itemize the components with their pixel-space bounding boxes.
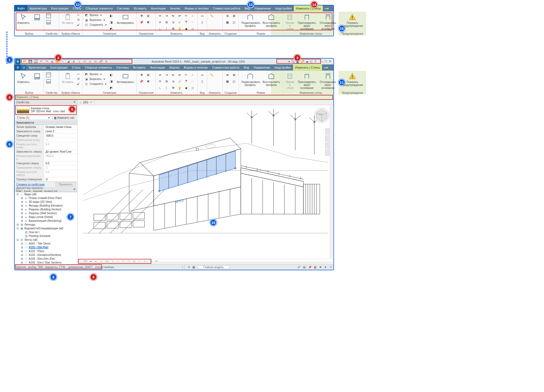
qat-sync-icon[interactable]: 🔄 bbox=[34, 59, 38, 64]
create-similar-icon[interactable]: ⊕ bbox=[224, 13, 230, 19]
cut-clip-button[interactable]: ✂ bbox=[76, 13, 81, 17]
tab-annot[interactable]: Аннотации bbox=[149, 5, 168, 11]
expander-icon[interactable]: ⊞ bbox=[21, 216, 23, 219]
detach-button[interactable]: Отсоединить верх/основание bbox=[319, 13, 337, 31]
delete-icon[interactable]: ✖ bbox=[145, 19, 151, 25]
activate-button[interactable]: Активировать bbox=[116, 72, 135, 84]
edit-profile-button[interactable]: Редактировать профиль bbox=[240, 13, 260, 28]
tab-file[interactable]: Файл bbox=[15, 5, 27, 11]
view-tab[interactable]: ⌂ {3D} ✕ bbox=[78, 100, 95, 104]
tree-label[interactable]: Легенды bbox=[24, 223, 35, 226]
tree-label[interactable]: 3D виды (3D View) bbox=[29, 200, 52, 203]
scale-icon[interactable]: ⤢ bbox=[177, 19, 183, 25]
tree-node[interactable]: ⊟🗎Листы (all) bbox=[15, 238, 77, 242]
mirror-axis-icon[interactable]: ⇋ bbox=[170, 13, 176, 19]
array-path-icon[interactable]: ⋯ bbox=[190, 19, 196, 25]
expander-icon[interactable]: ⊟ bbox=[16, 238, 19, 241]
expander-icon[interactable]: ⊞ bbox=[21, 212, 23, 215]
misc2-icon[interactable]: ◇ bbox=[190, 85, 196, 91]
group-icon[interactable]: ⊞ bbox=[231, 72, 237, 78]
cut-clip-button[interactable]: ✂ bbox=[76, 72, 81, 76]
split-gap-icon[interactable]: ┊ bbox=[164, 85, 170, 91]
copy-icon[interactable]: ⧉ bbox=[164, 78, 170, 84]
tree-label[interactable]: A102 - Plans bbox=[29, 250, 44, 253]
tab-file-toggle-right[interactable]: л bbox=[21, 65, 27, 70]
property-row[interactable]: Зависимость снизуLevel 2 bbox=[15, 129, 77, 134]
property-value[interactable]: -500.0 bbox=[44, 134, 77, 138]
property-row[interactable]: Неприсоединенная в...3500.0 bbox=[15, 154, 77, 161]
cut-button[interactable]: ◪Вырезать ▾ bbox=[84, 77, 106, 81]
mirror-axis-icon[interactable]: ⇋ bbox=[170, 72, 176, 78]
properties-icon-2[interactable] bbox=[46, 19, 51, 25]
properties-icon[interactable] bbox=[46, 13, 51, 19]
group-icon[interactable]: ⊞ bbox=[231, 13, 237, 19]
tab-precast[interactable]: Сборные элементы bbox=[83, 5, 115, 11]
filter-icon[interactable]: ▼ bbox=[324, 266, 327, 269]
restore-profile-button[interactable]: Восстановить профиль bbox=[262, 72, 281, 87]
tree-label[interactable]: Планы этажей (Floor Plan) bbox=[29, 197, 62, 200]
ribbon-collapse-icon[interactable]: ▭▾ bbox=[323, 7, 330, 10]
paste-button[interactable]: Вставить bbox=[61, 72, 75, 84]
select-pinned-icon[interactable]: 📌 bbox=[308, 266, 311, 269]
property-row[interactable]: Смещение снизу-500.0 bbox=[15, 134, 77, 138]
tab-systems[interactable]: Системы bbox=[115, 5, 132, 11]
corner-trim-icon[interactable]: ∟ bbox=[157, 85, 163, 91]
qat-dropdown-icon[interactable]: ▾ bbox=[104, 59, 108, 64]
design-options[interactable]: Главная модель bbox=[198, 265, 229, 269]
pin-icon[interactable]: 📌 bbox=[139, 19, 144, 25]
maximize-icon[interactable]: ☐ bbox=[324, 60, 327, 63]
assembly-icon[interactable]: ▦ bbox=[224, 78, 230, 84]
offset-icon[interactable]: ⇥ bbox=[164, 72, 170, 78]
minimize-icon[interactable]: — bbox=[320, 60, 323, 63]
infocenter-key-icon[interactable]: 🔑 bbox=[301, 60, 304, 63]
tree-label[interactable]: Разрезы (Wall Section) bbox=[29, 212, 57, 215]
tab-contextual[interactable]: Изменить | Стены bbox=[294, 5, 323, 11]
split-icon[interactable]: ✂ bbox=[183, 13, 189, 19]
tab-collab-2[interactable]: Совместная работа bbox=[210, 65, 242, 70]
restore-profile-button[interactable]: Восстановить профиль bbox=[262, 13, 281, 28]
tree-label[interactable]: A001 - Title Sheet bbox=[29, 242, 50, 245]
tree-node[interactable]: ▥Planting Schedule bbox=[15, 234, 77, 238]
match-button[interactable]: 🖌 bbox=[76, 82, 81, 86]
tab-steel-2[interactable]: Сталь bbox=[70, 65, 83, 70]
geo-a-icon[interactable]: ◧ bbox=[108, 72, 114, 78]
match-button[interactable]: 🖌 bbox=[76, 23, 81, 27]
expander-icon[interactable]: ⊞ bbox=[21, 200, 23, 203]
qat-print-icon[interactable]: 🖨 bbox=[50, 59, 54, 64]
tree-node[interactable]: ⊞📄A101 - Site Plan bbox=[15, 245, 77, 249]
qat-undo-icon[interactable]: ↶ bbox=[39, 59, 43, 64]
hide-cat-icon[interactable]: ▭ bbox=[199, 13, 205, 19]
property-row[interactable]: Примыкание сверху☐ bbox=[15, 166, 77, 170]
hide-elem-icon[interactable]: ▯ bbox=[199, 78, 205, 84]
editable-only-icon[interactable]: ▦ bbox=[192, 266, 195, 269]
geo-a-icon[interactable]: ◧ bbox=[108, 13, 114, 19]
tree-label[interactable]: Разрезы (Building Section) bbox=[29, 208, 61, 211]
tab-insert[interactable]: Вставить bbox=[132, 5, 149, 11]
expander-icon[interactable]: ⊞ bbox=[21, 208, 23, 211]
tree-label[interactable]: How do I bbox=[29, 231, 39, 234]
property-value[interactable]: ☐ bbox=[44, 138, 77, 142]
tree-label[interactable]: A105 - Elev./ Stair Sections bbox=[29, 261, 62, 264]
expander-icon[interactable]: ⊞ bbox=[21, 219, 23, 222]
infocenter-back-icon[interactable]: ◂ bbox=[288, 60, 290, 63]
measure-icon[interactable]: 📏 bbox=[209, 13, 215, 19]
select-face-icon[interactable]: ◧ bbox=[314, 266, 317, 269]
detach-button[interactable]: Отсоединить верх/основание bbox=[319, 72, 337, 90]
property-value[interactable]: ☐ bbox=[44, 166, 77, 170]
cope-button[interactable]: ◩Врезка ▾ bbox=[84, 13, 106, 17]
tree-node[interactable]: ⊞📄A102 - Plans bbox=[15, 249, 77, 253]
tree-node[interactable]: ⊞📄A001 - Title Sheet bbox=[15, 242, 77, 245]
expander-icon[interactable]: ⊞ bbox=[21, 204, 23, 207]
qat-save-icon[interactable]: 💾 bbox=[28, 59, 33, 64]
qat-tag-icon[interactable]: ◢ bbox=[66, 59, 70, 64]
geo-b-icon[interactable]: ◨ bbox=[108, 19, 114, 25]
tree-node[interactable]: ⊟⌂Виды (all) bbox=[15, 192, 77, 196]
tab-view-2[interactable]: Вид bbox=[242, 65, 251, 70]
qat-section-icon[interactable]: ✂ bbox=[82, 59, 87, 64]
tab-massing-2[interactable]: Формы и генплан bbox=[182, 65, 210, 70]
property-row[interactable]: Линия привязкиОсевая линия стены bbox=[15, 125, 77, 129]
expander-icon[interactable]: ⊞ bbox=[21, 197, 23, 200]
tree-node[interactable]: ⊞▸3D виды (3D View) bbox=[15, 200, 77, 204]
tab-massing[interactable]: Формы и генплан bbox=[182, 5, 211, 11]
infocenter-search-icon[interactable]: 🔍 bbox=[291, 60, 295, 63]
